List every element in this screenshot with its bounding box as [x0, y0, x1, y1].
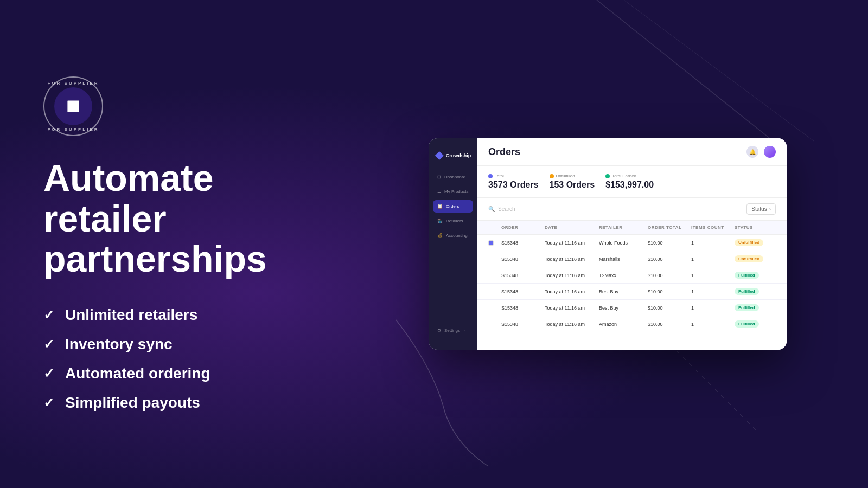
row-checkbox[interactable] [488, 240, 501, 246]
stat-dot-blue [488, 174, 493, 178]
table-header: Order Date Retailer Order Total Items Co… [477, 221, 787, 235]
retailers-icon: 🏪 [437, 219, 443, 223]
order-date: Today at 11:16 am [545, 256, 599, 262]
nav-label: Dashboard [444, 175, 465, 179]
search-bar: 🔍 Search Status › [477, 198, 787, 221]
main-header: Orders 🔔 [477, 138, 787, 166]
grid-icon: ⊞ [437, 175, 441, 179]
search-icon: 🔍 [488, 206, 495, 212]
col-date: Date [545, 225, 599, 230]
order-retailer: Best Buy [599, 289, 648, 294]
order-items: 1 [691, 305, 735, 311]
feature-automated-ordering: ✓ Automated ordering [43, 365, 326, 382]
orders-table: Order Date Retailer Order Total Items Co… [477, 221, 787, 350]
sidebar-item-orders[interactable]: 📋 Orders [433, 200, 473, 213]
order-items: 1 [691, 256, 735, 262]
table-row[interactable]: S15348 Today at 11:16 am Best Buy $10.00… [477, 284, 787, 300]
search-placeholder: Search [498, 206, 515, 212]
settings-label: Settings [444, 328, 460, 333]
order-items: 1 [691, 289, 735, 294]
box-icon: ☰ [437, 189, 441, 194]
order-total: $10.00 [648, 322, 691, 327]
user-avatar[interactable] [764, 146, 776, 158]
main-content: Orders 🔔 Total 3573 Orders [477, 138, 787, 350]
feature-list: ✓ Unlimited retailers ✓ Inventory sync ✓… [43, 306, 326, 412]
order-date: Today at 11:16 am [545, 305, 599, 311]
col-status: Status [735, 225, 778, 230]
sidebar-nav: ⊞ Dashboard ☰ My Products 📋 Orders 🏪 Ret… [429, 171, 477, 320]
status-filter-dropdown[interactable]: Status › [746, 203, 776, 215]
order-total: $10.00 [648, 273, 691, 278]
check-icon: ✓ [43, 337, 54, 352]
feature-text: Unlimited retailers [65, 306, 197, 324]
feature-text: Automated ordering [65, 365, 210, 382]
table-row[interactable]: S15348 Today at 11:16 am Best Buy $10.00… [477, 300, 787, 316]
nav-label: My Products [444, 189, 468, 194]
app-window: Crowdship ⊞ Dashboard ☰ My Products 📋 Or… [429, 138, 787, 350]
table-row[interactable]: S15348 Today at 11:16 am Whole Foods $10… [477, 235, 787, 251]
page-title: Orders [488, 146, 520, 158]
bell-icon-button[interactable]: 🔔 [746, 146, 758, 158]
stat-unfulfilled-value: 153 Orders [550, 180, 595, 190]
order-items: 1 [691, 322, 735, 327]
nav-label: Accounting [446, 233, 468, 238]
stat-unfulfilled: Unfulfilled 153 Orders [550, 174, 595, 190]
orders-icon: 📋 [437, 204, 443, 209]
feature-text: Simplified payouts [65, 394, 200, 412]
feature-inventory-sync: ✓ Inventory sync [43, 336, 326, 353]
order-total: $10.00 [648, 240, 691, 246]
col-checkbox [488, 225, 501, 230]
order-items: 1 [691, 240, 735, 246]
order-retailer: Marshalls [599, 256, 648, 262]
stat-earned-value: $153,997.00 [605, 180, 654, 190]
order-id: S15348 [501, 305, 545, 311]
status-badge: Fulfilled [735, 320, 778, 328]
col-order: Order [501, 225, 545, 230]
sidebar-item-dashboard[interactable]: ⊞ Dashboard [433, 171, 473, 183]
table-row[interactable]: S15348 Today at 11:16 am Amazon $10.00 1… [477, 316, 787, 332]
search-input-wrapper[interactable]: 🔍 Search [488, 206, 741, 212]
stat-dot-yellow [550, 174, 554, 178]
sidebar-item-accounting[interactable]: 💰 Accounting [433, 229, 473, 242]
settings-icon: ⚙ [437, 328, 441, 333]
status-badge: Fulfilled [735, 288, 778, 295]
status-badge: Unfulfilled [735, 239, 778, 246]
brand-label: Crowdship [446, 153, 471, 158]
order-items: 1 [691, 273, 735, 278]
settings-item[interactable]: ⚙ Settings › [433, 324, 473, 337]
stat-earned: Total Earned $153,997.00 [605, 174, 654, 190]
order-total: $10.00 [648, 305, 691, 311]
order-total: $10.00 [648, 256, 691, 262]
status-badge: Fulfilled [735, 304, 778, 311]
col-retailer: Retailer [599, 225, 648, 230]
sidebar-item-retailers[interactable]: 🏪 Retailers [433, 215, 473, 227]
order-date: Today at 11:16 am [545, 322, 599, 327]
feature-unlimited-retailers: ✓ Unlimited retailers [43, 306, 326, 324]
order-retailer: Amazon [599, 322, 648, 327]
status-badge: Unfulfilled [735, 255, 778, 262]
table-row[interactable]: S15348 Today at 11:16 am Marshalls $10.0… [477, 251, 787, 267]
feature-simplified-payouts: ✓ Simplified payouts [43, 394, 326, 412]
app-sidebar: Crowdship ⊞ Dashboard ☰ My Products 📋 Or… [429, 138, 477, 350]
status-filter-label: Status [751, 206, 767, 212]
right-panel: Crowdship ⊞ Dashboard ☰ My Products 📋 Or… [369, 117, 868, 371]
header-actions: 🔔 [746, 146, 776, 158]
logo-circle: FOR SUPPLIER FOR SUPPLIER [43, 76, 103, 136]
headline-line2: partnerships [43, 238, 267, 279]
status-badge: Fulfilled [735, 272, 778, 279]
order-id: S15348 [501, 256, 545, 262]
stat-earned-label: Total Earned [605, 174, 654, 178]
stats-row: Total 3573 Orders Unfulfilled 153 Orders [477, 166, 787, 198]
accounting-icon: 💰 [437, 233, 443, 238]
order-id: S15348 [501, 289, 545, 294]
order-retailer: Best Buy [599, 305, 648, 311]
order-date: Today at 11:16 am [545, 289, 599, 294]
sidebar-item-my-products[interactable]: ☰ My Products [433, 185, 473, 198]
table-row[interactable]: S15348 Today at 11:16 am T2Maxx $10.00 1… [477, 267, 787, 284]
feature-text: Inventory sync [65, 336, 173, 353]
stat-total-label: Total [488, 174, 539, 178]
order-id: S15348 [501, 273, 545, 278]
chevron-right-icon: › [463, 328, 465, 333]
logo-ring-bottom: FOR SUPPLIER [44, 78, 102, 135]
order-id: S15348 [501, 322, 545, 327]
